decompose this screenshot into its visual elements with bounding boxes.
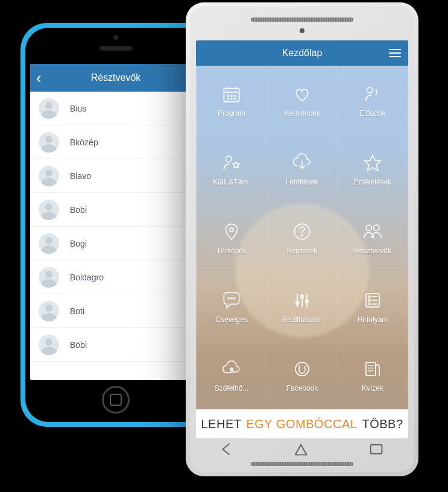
chat-icon <box>220 289 243 312</box>
tile-feed[interactable]: Hirfolyam <box>338 272 408 340</box>
iphone-header: ‹ Résztvevők <box>30 64 201 92</box>
tile-label: Beállításaim <box>282 315 321 324</box>
iphone-screen: ‹ Résztvevők BiusBközépBlavoBobiBogiBold… <box>30 64 201 380</box>
contact-name: Böbi <box>70 340 87 350</box>
nav-recent-button[interactable] <box>367 440 385 458</box>
avatar <box>39 301 59 321</box>
tile-quiz[interactable]: Kvízek <box>338 341 408 409</box>
android-device: Kezdőlap ProgramKedvencekElőadókKiáll.&T… <box>186 2 418 476</box>
cloud-a-icon <box>220 358 243 380</box>
tile-label: Hirfolyam <box>358 315 388 324</box>
menu-icon[interactable] <box>389 49 401 57</box>
tile-label: Kérdések <box>287 247 318 255</box>
tile-download-cloud[interactable]: Letöltések <box>267 135 337 203</box>
list-item[interactable]: Böbi <box>30 328 201 362</box>
calendar-icon <box>220 83 243 106</box>
avatar <box>39 98 59 119</box>
android-bezel: Kezdőlap ProgramKedvencekElőadókKiáll.&T… <box>190 7 414 472</box>
avatar <box>39 233 59 254</box>
tile-label: Térképek <box>216 247 247 255</box>
home-button[interactable] <box>102 386 130 414</box>
heart-icon <box>291 83 314 106</box>
contact-name: Boti <box>70 306 84 316</box>
tile-question[interactable]: Kérdések <box>267 204 337 272</box>
contact-name: Blavo <box>70 171 91 181</box>
sliders-icon <box>291 289 314 312</box>
tile-label: Letöltések <box>286 178 319 186</box>
quiz-icon <box>361 358 384 380</box>
contact-name: Bobi <box>70 205 87 215</box>
tile-chat[interactable]: Csevegés <box>197 272 267 340</box>
tile-label: Csevegés <box>215 315 247 324</box>
person-star-icon <box>220 151 243 174</box>
contact-name: Bogi <box>70 239 87 248</box>
speaker-bottom <box>251 462 353 466</box>
tile-label: Facebook <box>286 384 318 393</box>
tile-u-circle[interactable]: Facebook <box>267 341 337 409</box>
contact-name: Bközép <box>70 137 98 147</box>
contact-name: Bius <box>70 104 86 113</box>
list-item[interactable]: Bközép <box>30 125 201 159</box>
tile-label: Előadók <box>359 109 385 118</box>
iphone-bezel: ‹ Résztvevők BiusBközépBlavoBobiBogiBold… <box>25 28 206 422</box>
list-item[interactable]: Boldagro <box>30 260 201 294</box>
tile-map-pin[interactable]: Térképek <box>197 204 267 272</box>
android-header: Kezdőlap <box>196 40 408 66</box>
people-icon <box>361 220 384 243</box>
android-screen: Kezdőlap ProgramKedvencekElőadókKiáll.&T… <box>196 40 408 438</box>
tile-heart[interactable]: Kedvencek <box>267 66 337 134</box>
list-item[interactable]: Bogi <box>30 227 201 260</box>
tile-label: Program <box>218 109 245 118</box>
android-camera <box>300 28 304 33</box>
tile-people[interactable]: Résztvevők <box>338 204 408 272</box>
banner-word-2: egy gombóccal <box>246 417 357 431</box>
star-icon <box>361 151 384 174</box>
download-cloud-icon <box>291 151 314 174</box>
back-button[interactable]: ‹ <box>36 70 42 86</box>
speaker-top <box>251 17 353 22</box>
tile-cloud-a[interactable]: Szófelhő... <box>197 341 267 409</box>
tile-label: Résztvevők <box>354 247 391 255</box>
tile-star[interactable]: Értékelések <box>338 135 408 203</box>
question-icon <box>291 220 314 243</box>
speaker-icon <box>361 83 384 106</box>
banner-word-1: Lehet <box>201 417 242 431</box>
avatar <box>39 166 59 186</box>
u-circle-icon <box>291 358 314 380</box>
banner-word-3: több? <box>362 417 403 431</box>
list-item[interactable]: Bius <box>30 92 201 125</box>
list-item[interactable]: Bobi <box>30 193 201 227</box>
avatar <box>39 267 59 288</box>
iphone-device: ‹ Résztvevők BiusBközépBlavoBobiBogiBold… <box>21 23 211 427</box>
tile-label: Kedvencek <box>284 109 320 118</box>
tile-speaker[interactable]: Előadók <box>338 66 408 134</box>
avatar <box>39 335 59 355</box>
tile-calendar[interactable]: Program <box>197 66 267 134</box>
contact-name: Boldagro <box>70 273 104 282</box>
feed-icon <box>361 289 384 312</box>
nav-back-button[interactable] <box>219 440 235 458</box>
iphone-earpiece <box>99 46 132 51</box>
page-title: Kezdőlap <box>282 48 323 58</box>
list-item[interactable]: Blavo <box>30 159 201 193</box>
tile-label: Kiáll.&Tám. <box>213 178 250 186</box>
list-item[interactable]: Boti <box>30 294 201 328</box>
avatar <box>39 132 59 153</box>
tile-person-star[interactable]: Kiáll.&Tám. <box>197 135 267 203</box>
page-title: Résztvevők <box>30 72 201 83</box>
contacts-list[interactable]: BiusBközépBlavoBobiBogiBoldagroBotiBöbi <box>30 92 201 380</box>
nav-home-button[interactable] <box>292 440 310 458</box>
home-background: ProgramKedvencekElőadókKiáll.&Tám.Letölt… <box>196 66 408 438</box>
promo-banner: Lehet egy gombóccal több? <box>196 409 408 438</box>
tile-sliders[interactable]: Beállításaim <box>267 272 337 340</box>
map-pin-icon <box>220 220 243 243</box>
tile-label: Szófelhő... <box>215 384 249 393</box>
iphone-camera <box>113 35 118 40</box>
home-grid: ProgramKedvencekElőadókKiáll.&Tám.Letölt… <box>196 66 408 409</box>
android-nav-bar <box>190 441 414 458</box>
tile-label: Kvízek <box>362 384 383 393</box>
avatar <box>39 200 59 220</box>
tile-label: Értékelések <box>354 178 392 186</box>
